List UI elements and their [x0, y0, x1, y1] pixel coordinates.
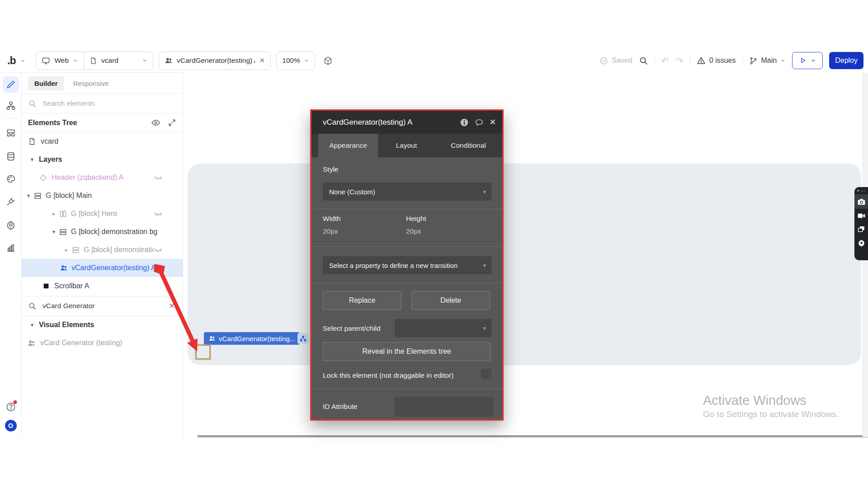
element-search-input[interactable]: [42, 301, 164, 310]
platform-dropdown[interactable]: Web: [36, 52, 84, 70]
redo-icon[interactable]: ↷: [675, 56, 684, 66]
tree-row-block-main[interactable]: ▾ G [block] Main: [22, 187, 183, 205]
columns-block-icon: [59, 210, 67, 218]
extension-handle[interactable]: ⋯: [854, 187, 868, 194]
copy-button[interactable]: [854, 222, 868, 236]
info-icon[interactable]: [460, 118, 469, 127]
rows-block-icon: [33, 192, 42, 200]
chevron-down-icon: ▾: [483, 325, 486, 332]
issues-label: 0 issues: [709, 56, 736, 65]
style-value: None (Custom): [329, 188, 375, 196]
id-attribute-input[interactable]: [395, 397, 493, 417]
lock-element-checkbox[interactable]: [481, 369, 491, 379]
eye-closed-icon[interactable]: [154, 173, 163, 182]
tree-row-label: Layers: [39, 155, 62, 164]
selected-element-outline[interactable]: [196, 345, 210, 359]
copy-windows-icon: [857, 225, 865, 233]
close-icon[interactable]: ✕: [490, 117, 496, 127]
style-dropdown[interactable]: None (Custom) ▾: [323, 183, 491, 201]
expand-icon[interactable]: [168, 118, 176, 127]
design-canvas[interactable]: vCardGenerator(testing... Activate Windo…: [183, 72, 868, 437]
tab-appearance[interactable]: Appearance: [318, 134, 378, 157]
assistant-button[interactable]: O: [5, 420, 17, 432]
tree-row-header-element[interactable]: Header (zqbackend) A: [22, 169, 183, 187]
search-icon[interactable]: [639, 56, 648, 66]
reveal-in-tree-button[interactable]: Reveal in the Elements tree: [323, 342, 491, 361]
page-icon: [90, 57, 97, 65]
caret-down-icon[interactable]: ▾: [29, 156, 35, 163]
caret-right-icon[interactable]: ▸: [63, 247, 70, 253]
tab-responsive[interactable]: Responsive: [69, 76, 113, 90]
logs-tab[interactable]: [6, 243, 16, 253]
design-tab-active[interactable]: [3, 76, 19, 93]
app-logo[interactable]: .b: [7, 55, 26, 67]
caret-down-icon[interactable]: ▾: [29, 322, 35, 328]
element-tab[interactable]: vCardGenerator(testing) A ✕: [159, 52, 271, 70]
tree-row-label: G [block] Main: [46, 192, 92, 200]
caret-down-icon[interactable]: ▾: [51, 229, 57, 235]
tree-row-layers[interactable]: ▾ Layers: [22, 150, 183, 169]
eye-closed-icon[interactable]: [154, 245, 163, 254]
extension-settings-button[interactable]: [854, 236, 868, 249]
section-visual-elements[interactable]: ▾ Visual Elements: [22, 316, 183, 334]
zoom-level: 100%: [282, 56, 300, 65]
page-dropdown[interactable]: vcard: [84, 52, 153, 70]
clear-search-icon[interactable]: ✕: [169, 302, 175, 310]
styles-tab[interactable]: [6, 174, 16, 184]
screenshot-button[interactable]: [854, 194, 868, 209]
chevron-down-icon[interactable]: [20, 58, 26, 64]
search-elements-input[interactable]: [42, 99, 176, 108]
reveal-tree-chip[interactable]: [297, 333, 308, 344]
dialog-header[interactable]: vCardGenerator(testing) A ✕: [311, 111, 502, 134]
caret-right-icon[interactable]: ▸: [51, 211, 57, 217]
left-icon-rail: O: [0, 72, 22, 437]
tab-builder[interactable]: Builder: [28, 76, 64, 90]
width-label: Width: [323, 215, 341, 223]
cube-icon[interactable]: [323, 56, 333, 66]
eye-icon[interactable]: [151, 118, 160, 127]
plugins-tab[interactable]: [6, 197, 16, 206]
branch-selector[interactable]: Main: [749, 56, 786, 65]
tree-row-block-demonstration-bg[interactable]: ▾ G [block] demonstration bg: [22, 223, 183, 241]
tree-row-label: vcard: [41, 137, 58, 145]
components-tab[interactable]: [6, 128, 16, 138]
camera-icon: [857, 197, 866, 206]
tree-row-block-demonstration[interactable]: ▸ G [block] demonstration: [22, 241, 183, 259]
tree-row-label: Header (zqbackend) A: [52, 174, 123, 182]
close-icon[interactable]: ✕: [259, 56, 265, 65]
horizontal-scrollbar[interactable]: [198, 435, 868, 437]
dialog-title: vCardGenerator(testing) A: [323, 118, 454, 127]
delete-button[interactable]: Delete: [411, 291, 490, 310]
tree-row-page[interactable]: vcard: [22, 132, 183, 150]
divider: [311, 283, 502, 283]
preview-button[interactable]: [792, 52, 823, 69]
library-item-vcard-generator[interactable]: vCard Generator (testing): [22, 334, 183, 352]
comment-icon[interactable]: [475, 118, 484, 127]
replace-button[interactable]: Replace: [323, 291, 401, 310]
tree-row-vcardgenerator-selected[interactable]: vCardGenerator(testing) A: [22, 259, 183, 277]
tree-row-label: G [block] demonstration bg: [71, 228, 157, 236]
pencil-icon: [6, 80, 15, 89]
eye-closed-icon[interactable]: [154, 209, 163, 218]
tab-conditional[interactable]: Conditional: [435, 134, 502, 157]
transition-dropdown[interactable]: Select a property to define a new transi…: [323, 256, 491, 274]
issues-indicator[interactable]: 0 issues: [697, 56, 736, 65]
undo-icon[interactable]: ↶: [661, 56, 670, 66]
tree-row-block-hero[interactable]: ▸ G [block] Hero: [22, 205, 183, 223]
divider: [4, 118, 18, 118]
deploy-button[interactable]: Deploy: [829, 52, 863, 69]
settings-tab[interactable]: [6, 220, 16, 230]
selected-element-pill[interactable]: vCardGenerator(testing...: [204, 332, 300, 345]
sitemap-icon: [6, 101, 16, 111]
data-tab[interactable]: [6, 151, 16, 161]
parent-child-dropdown[interactable]: ▾: [395, 319, 491, 337]
help-button[interactable]: [5, 402, 16, 412]
question-circle-icon: [5, 402, 16, 412]
tab-layout[interactable]: Layout: [378, 134, 435, 157]
record-button[interactable]: [854, 209, 868, 222]
tree-row-scrollbar[interactable]: Scrollbar A: [22, 277, 183, 295]
caret-down-icon[interactable]: ▾: [25, 192, 32, 199]
tree-row-label: Scrollbar A: [54, 282, 89, 290]
workflow-tab[interactable]: [6, 101, 16, 111]
zoom-dropdown[interactable]: 100%: [276, 52, 315, 70]
